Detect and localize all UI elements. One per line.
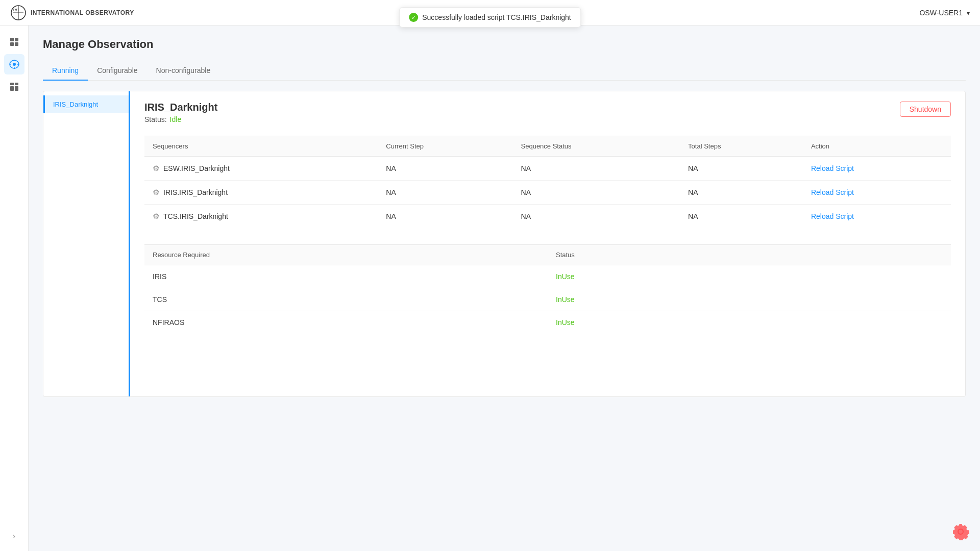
svg-rect-16 [15, 86, 18, 91]
col-current-step: Current Step [378, 136, 512, 157]
sidebar: › [0, 26, 29, 551]
seq-action: Reload Script [803, 205, 951, 229]
seq-total-steps: NA [680, 205, 803, 229]
seq-action: Reload Script [803, 181, 951, 205]
table-row: ⚙IRIS.IRIS_Darknight NA NA NA Reload Scr… [144, 181, 951, 205]
table-row: IRIS InUse [144, 265, 951, 288]
observation-list: IRIS_Darknight [43, 91, 130, 396]
resource-status: InUse [548, 265, 951, 288]
toast-check-icon: ✓ [409, 13, 418, 22]
resource-status: InUse [548, 311, 951, 334]
reload-script-link[interactable]: Reload Script [811, 188, 854, 196]
col-total-steps: Total Steps [680, 136, 803, 157]
gear-icon: ⚙ [153, 188, 159, 196]
tab-configurable[interactable]: Configurable [88, 61, 146, 81]
toast-notification: ✓ Successfully loaded script TCS.IRIS_Da… [399, 7, 581, 28]
page-title: Manage Observation [43, 38, 966, 51]
resource-name: NFIRAOS [144, 311, 548, 334]
seq-sequence-status: NA [513, 181, 680, 205]
seq-action: Reload Script [803, 157, 951, 181]
top-header: TMT INTERNATIONAL OBSERVATORY ✓ Successf… [0, 0, 980, 26]
resource-name: TCS [144, 288, 548, 311]
reload-script-link[interactable]: Reload Script [811, 212, 854, 220]
status-label: Status: [144, 115, 167, 123]
resource-name: IRIS [144, 265, 548, 288]
seq-name: ⚙TCS.IRIS_Darknight [144, 205, 378, 229]
svg-rect-7 [15, 42, 18, 46]
seq-name: ⚙ESW.IRIS_Darknight [144, 157, 378, 181]
seq-total-steps: NA [680, 157, 803, 181]
tab-running[interactable]: Running [43, 61, 88, 81]
col-sequence-status: Sequence Status [513, 136, 680, 157]
col-sequencers: Sequencers [144, 136, 378, 157]
logo-area: TMT INTERNATIONAL OBSERVATORY [10, 5, 134, 21]
table-row: NFIRAOS InUse [144, 311, 951, 334]
user-menu[interactable]: OSW-USER1 [919, 9, 970, 17]
sidebar-item-dashboard[interactable] [4, 77, 24, 97]
sidebar-item-grid[interactable] [4, 32, 24, 52]
svg-rect-14 [15, 83, 18, 85]
seq-sequence-status: NA [513, 157, 680, 181]
shutdown-button[interactable]: Shutdown [900, 102, 951, 117]
svg-point-8 [13, 63, 16, 66]
sequencers-table: Sequencers Current Step Sequence Status … [144, 136, 951, 228]
gear-icon: ⚙ [153, 164, 159, 172]
svg-rect-5 [15, 38, 18, 41]
seq-current-step: NA [378, 205, 512, 229]
chevron-down-icon [966, 9, 970, 17]
col-resource-required: Resource Required [144, 245, 548, 265]
observation-item-iris-darknight[interactable]: IRIS_Darknight [43, 95, 129, 113]
table-row: TCS InUse [144, 288, 951, 311]
tabs-bar: Running Configurable Non-configurable [43, 61, 966, 81]
seq-current-step: NA [378, 157, 512, 181]
user-name: OSW-USER1 [919, 9, 963, 17]
svg-rect-13 [10, 83, 14, 85]
settings-icon[interactable] [951, 522, 970, 541]
detail-title-area: IRIS_Darknight Status: Idle [144, 102, 217, 123]
gear-icon: ⚙ [153, 212, 159, 220]
toast-message: Successfully loaded script TCS.IRIS_Dark… [422, 13, 571, 21]
sidebar-expand-button[interactable]: › [13, 532, 15, 541]
tmt-logo-icon: TMT [10, 5, 27, 21]
table-row: ⚙TCS.IRIS_Darknight NA NA NA Reload Scri… [144, 205, 951, 229]
tab-non-configurable[interactable]: Non-configurable [147, 61, 220, 81]
reload-script-link[interactable]: Reload Script [811, 164, 854, 172]
observation-status-row: Status: Idle [144, 115, 217, 123]
observation-icon [9, 59, 19, 69]
svg-rect-15 [10, 86, 14, 91]
svg-rect-4 [10, 38, 14, 41]
col-action: Action [803, 136, 951, 157]
svg-rect-6 [10, 42, 14, 46]
resources-table: Resource Required Status IRIS InUse TCS … [144, 244, 951, 334]
seq-total-steps: NA [680, 181, 803, 205]
seq-current-step: NA [378, 181, 512, 205]
sidebar-item-observation[interactable] [4, 54, 24, 74]
dashboard-icon [9, 82, 19, 92]
observation-name: IRIS_Darknight [144, 102, 217, 113]
table-row: ⚙ESW.IRIS_Darknight NA NA NA Reload Scri… [144, 157, 951, 181]
content-area: IRIS_Darknight IRIS_Darknight Status: Id… [43, 91, 966, 397]
observation-detail: IRIS_Darknight Status: Idle Shutdown Seq… [130, 91, 965, 396]
grid-icon [9, 37, 19, 47]
seq-sequence-status: NA [513, 205, 680, 229]
status-value: Idle [170, 115, 182, 123]
org-name: INTERNATIONAL OBSERVATORY [31, 9, 134, 16]
resource-status: InUse [548, 288, 951, 311]
seq-name: ⚙IRIS.IRIS_Darknight [144, 181, 378, 205]
main-content: Manage Observation Running Configurable … [29, 26, 980, 551]
detail-header: IRIS_Darknight Status: Idle Shutdown [144, 102, 951, 123]
col-resource-status: Status [548, 245, 951, 265]
